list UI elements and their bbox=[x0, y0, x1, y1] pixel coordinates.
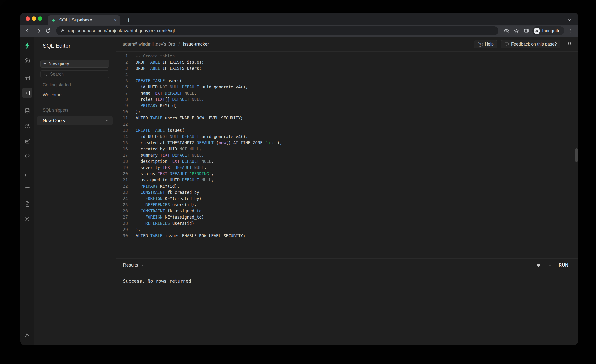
code-line[interactable]: 20 status TEXT DEFAULT 'PENDING', bbox=[116, 171, 578, 177]
forward-icon[interactable] bbox=[34, 27, 42, 35]
account-person-icon[interactable] bbox=[22, 329, 32, 340]
sidebar-title: SQL Editor bbox=[43, 42, 71, 49]
code-line[interactable]: 7 name TEXT DEFAULT NULL, bbox=[116, 90, 578, 96]
favorite-heart-icon[interactable] bbox=[536, 262, 541, 268]
sidebar-search[interactable] bbox=[40, 70, 109, 78]
code-line[interactable]: 23 CONSTRAINT fk_created_by bbox=[116, 189, 578, 195]
browser-window: SQL | Supabase × + app.supabase.com/proj… bbox=[20, 13, 578, 345]
incognito-label: Incognito bbox=[542, 28, 560, 33]
logs-list-icon[interactable] bbox=[22, 184, 32, 194]
settings-gear-icon[interactable] bbox=[22, 214, 32, 224]
code-line[interactable]: 24 FOREIGN KEY(created_by) bbox=[116, 195, 578, 202]
code-line[interactable]: 13CREATE TABLE issues( bbox=[116, 127, 578, 134]
line-number: 25 bbox=[116, 202, 128, 208]
side-panel-icon[interactable] bbox=[522, 27, 530, 35]
table-editor-icon[interactable] bbox=[22, 73, 32, 83]
code-line[interactable]: 3DROP TABLE IF EXISTS users; bbox=[116, 65, 578, 72]
code-line[interactable]: 21 assigned_to UUID DEFAULT NULL, bbox=[116, 177, 578, 183]
code-lines: 1-- Create tables2DROP TABLE IF EXISTS i… bbox=[116, 53, 578, 239]
close-window-button[interactable] bbox=[25, 16, 30, 21]
code-line[interactable]: 25 REFERENCES users(id), bbox=[116, 202, 578, 208]
chevron-down-icon[interactable] bbox=[105, 119, 109, 123]
breadcrumb-project[interactable]: issue-tracker bbox=[183, 41, 209, 47]
reports-chart-icon[interactable] bbox=[22, 169, 32, 179]
code-line[interactable]: 17 summary TEXT DEFAULT NULL, bbox=[116, 152, 578, 158]
code-line[interactable]: 4 bbox=[116, 72, 578, 78]
auth-users-icon[interactable] bbox=[22, 121, 32, 131]
code-line[interactable]: 11ALTER TABLE users ENABLE ROW LEVEL SEC… bbox=[116, 115, 578, 121]
code-line[interactable]: 8 roles TEXT[] DEFAULT NULL, bbox=[116, 96, 578, 103]
code-line[interactable]: 16 created_by UUID NOT NULL, bbox=[116, 146, 578, 152]
help-button[interactable]: ? Help bbox=[474, 40, 497, 48]
incognito-profile-chip[interactable]: Incognito bbox=[532, 26, 564, 35]
code-line[interactable]: 5CREATE TABLE users( bbox=[116, 78, 578, 84]
section-sql-snippets: SQL snippets bbox=[43, 108, 68, 113]
minimize-window-button[interactable] bbox=[32, 16, 36, 21]
eye-off-icon[interactable] bbox=[502, 27, 510, 35]
plus-icon: + bbox=[43, 61, 46, 66]
line-number: 19 bbox=[116, 164, 128, 171]
scrollbar-thumb[interactable] bbox=[575, 148, 578, 162]
code-line[interactable]: 9 PRIMARY KEY(id) bbox=[116, 103, 578, 109]
lock-icon[interactable] bbox=[60, 28, 65, 33]
address-bar[interactable]: app.supabase.com/project/azahtnhqohyjerz… bbox=[56, 26, 499, 35]
run-options-chevron-icon[interactable] bbox=[548, 263, 552, 267]
tab-strip: SQL | Supabase × + bbox=[20, 13, 578, 25]
line-number: 6 bbox=[116, 84, 128, 90]
code-line[interactable]: 19 severity TEXT DEFAULT NULL, bbox=[116, 164, 578, 171]
reload-icon[interactable] bbox=[44, 27, 52, 35]
results-dropdown[interactable]: Results bbox=[123, 262, 144, 268]
browser-tab[interactable]: SQL | Supabase × bbox=[48, 15, 120, 25]
new-query-item-label: New Query bbox=[43, 118, 65, 123]
functions-icon[interactable] bbox=[22, 151, 32, 161]
storage-icon[interactable] bbox=[22, 136, 32, 146]
code-text: ); bbox=[136, 226, 141, 233]
code-line[interactable]: 22 PRIMARY KEY(id), bbox=[116, 183, 578, 189]
feedback-button[interactable]: Feedback on this page? bbox=[501, 40, 560, 48]
new-tab-button[interactable]: + bbox=[125, 16, 133, 24]
code-line[interactable]: 30ALTER TABLE issues ENABLE ROW LEVEL SE… bbox=[116, 233, 578, 239]
bookmark-star-icon[interactable] bbox=[512, 27, 521, 35]
line-number: 16 bbox=[116, 146, 128, 152]
code-line[interactable]: 1-- Create tables bbox=[116, 53, 578, 59]
results-header: Results RUN bbox=[116, 258, 578, 272]
sql-editor-icon[interactable] bbox=[22, 88, 32, 98]
database-icon[interactable] bbox=[22, 106, 32, 116]
tab-close-icon[interactable]: × bbox=[114, 17, 117, 23]
tab-title: SQL | Supabase bbox=[59, 17, 112, 23]
supabase-logo-icon[interactable] bbox=[22, 40, 32, 51]
code-line[interactable]: 15 created_at TIMESTAMPTZ DEFAULT (now()… bbox=[116, 140, 578, 146]
code-line[interactable]: 28 REFERENCES users(id) bbox=[116, 220, 578, 226]
code-line[interactable]: 14 id UUID NOT NULL DEFAULT uuid_generat… bbox=[116, 134, 578, 140]
code-line[interactable]: 29); bbox=[116, 226, 578, 233]
code-line[interactable]: 6 id UUID NOT NULL DEFAULT uuid_generate… bbox=[116, 84, 578, 90]
code-line[interactable]: 12 bbox=[116, 121, 578, 127]
new-query-label: New query bbox=[49, 61, 69, 66]
code-text: REFERENCES users(id), bbox=[136, 202, 197, 208]
home-icon[interactable] bbox=[22, 55, 32, 65]
code-line[interactable]: 2DROP TABLE IF EXISTS issues; bbox=[116, 59, 578, 65]
code-line[interactable]: 26 CONSTRAINT fk_assigned_to bbox=[116, 208, 578, 214]
line-number: 3 bbox=[116, 65, 128, 72]
sidebar-item-new-query[interactable]: New Query bbox=[37, 116, 112, 125]
api-docs-icon[interactable] bbox=[22, 199, 32, 209]
line-number: 20 bbox=[116, 171, 128, 177]
notifications-bell-icon[interactable] bbox=[567, 41, 572, 47]
help-icon: ? bbox=[478, 42, 483, 47]
line-number: 17 bbox=[116, 152, 128, 158]
run-button[interactable]: RUN bbox=[559, 263, 569, 268]
tab-search-chevron-icon[interactable] bbox=[566, 16, 573, 24]
code-text: assigned_to UUID DEFAULT NULL, bbox=[136, 177, 214, 183]
sql-editor-code-area[interactable]: 1-- Create tables2DROP TABLE IF EXISTS i… bbox=[116, 52, 578, 258]
code-line[interactable]: 18 description TEXT DEFAULT NULL, bbox=[116, 158, 578, 164]
code-line[interactable]: 27 FOREIGN KEY(assigned_to) bbox=[116, 214, 578, 220]
breadcrumb-org[interactable]: adam@windmill.dev's Org bbox=[123, 41, 175, 47]
sidebar-item-welcome[interactable]: Welcome bbox=[43, 92, 61, 97]
code-line[interactable]: 10); bbox=[116, 109, 578, 115]
zoom-window-button[interactable] bbox=[38, 16, 42, 21]
back-icon[interactable] bbox=[24, 27, 32, 35]
line-number: 30 bbox=[116, 233, 128, 239]
search-input[interactable] bbox=[50, 72, 107, 77]
new-query-button[interactable]: + New query bbox=[40, 59, 109, 68]
kebab-menu-icon[interactable] bbox=[566, 27, 574, 35]
